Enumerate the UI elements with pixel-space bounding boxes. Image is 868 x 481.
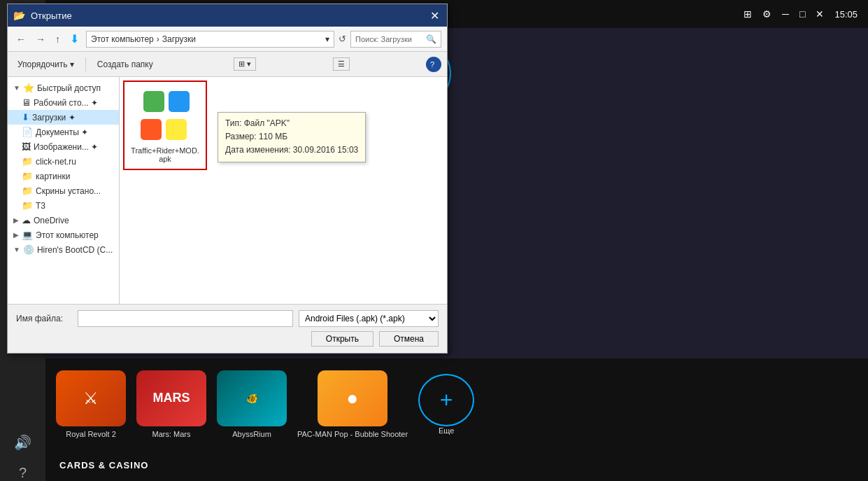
app-mars[interactable]: MARS Mars: Mars xyxy=(136,370,206,438)
up-button[interactable]: ↑ xyxy=(52,32,63,46)
onedrive-icon: ☁ xyxy=(22,215,31,225)
app-pacman[interactable]: ● PAC-MAN Pop - Bubble Shooter xyxy=(297,370,408,438)
open-file-dialog: 📂 Открытие ✕ ← → ↑ ⬇ Этот компьютер › За… xyxy=(7,4,448,354)
sidebar-volume-icon[interactable]: 🔊 xyxy=(14,434,31,451)
view-icon: ⊞ xyxy=(239,60,245,69)
dialog-toolbar: Упорядочить ▾ Создать папку ⊞ ▾ ☰ ? xyxy=(8,52,447,77)
onedrive-label: OneDrive xyxy=(34,216,69,225)
cancel-button[interactable]: Отмена xyxy=(379,331,439,347)
refresh-button[interactable]: ↺ xyxy=(339,34,346,44)
tree-item-images[interactable]: 🖼 Изображени... ✦ xyxy=(8,139,119,154)
this-pc-arrow: ▶ xyxy=(13,231,19,239)
t3-icon: 📁 xyxy=(22,200,33,211)
royal-revolt-symbol: ⚔ xyxy=(83,389,99,408)
icon-sq-tr xyxy=(169,91,190,112)
filename-input[interactable] xyxy=(78,310,293,327)
tree-item-quick-access[interactable]: ▼ ⭐ Быстрый доступ xyxy=(8,81,119,95)
path-part-downloads: Загрузки xyxy=(162,34,196,44)
open-button[interactable]: Открыть xyxy=(311,331,373,347)
path-separator: › xyxy=(157,34,159,44)
documents-label: Документы ✦ xyxy=(36,127,88,137)
click-net-icon: 📁 xyxy=(22,156,33,167)
tree-item-desktop[interactable]: 🖥 Рабочий сто... ✦ xyxy=(8,95,119,110)
dialog-buttons: Открыть Отмена xyxy=(16,331,439,347)
quick-access-icon: ⭐ xyxy=(23,83,34,93)
app-icon-pacman: ● xyxy=(318,370,387,426)
grid-icon: ⊞ xyxy=(744,8,752,20)
help-button[interactable]: ? xyxy=(426,57,441,72)
app-royal-revolt[interactable]: ⚔ Royal Revolt 2 xyxy=(56,370,126,438)
app-icon-royal-revolt: ⚔ xyxy=(56,370,126,426)
view-arrow: ▾ xyxy=(247,60,251,69)
tree-item-screenshots[interactable]: 📁 Скрины устано... xyxy=(8,183,119,198)
address-path[interactable]: Этот компьютер › Загрузки ▾ xyxy=(86,31,334,48)
tree-item-pictures[interactable]: 📁 картинки xyxy=(8,169,119,183)
details-toggle-button[interactable]: ☰ xyxy=(333,57,350,71)
file-tooltip: Тип: Файл "APK" Размер: 110 МБ Дата изме… xyxy=(218,112,366,162)
back-button[interactable]: ← xyxy=(13,32,29,46)
icon-sq-br xyxy=(166,119,187,140)
tree-item-click-net[interactable]: 📁 click-net.ru xyxy=(8,154,119,169)
click-net-label: click-net.ru xyxy=(36,157,76,167)
download-button[interactable]: ⬇ xyxy=(67,31,82,47)
icon-sq-tl xyxy=(143,91,164,112)
images-label: Изображени... ✦ xyxy=(34,142,98,152)
search-icon: 🔍 xyxy=(426,34,436,44)
apk-icon-graphic xyxy=(141,91,190,140)
tree-item-downloads[interactable]: ⬇ Загрузки ✦ xyxy=(8,110,119,125)
t3-label: Т3 xyxy=(36,201,45,211)
app-more-bottom[interactable]: + Еще xyxy=(418,374,474,435)
tooltip-type: Тип: Файл "APK" xyxy=(225,117,358,130)
tooltip-type-value: Файл "APK" xyxy=(244,118,290,128)
folder-tree: ▼ ⭐ Быстрый доступ 🖥 Рабочий сто... ✦ ⬇ … xyxy=(8,77,120,304)
minimize-icon[interactable]: ─ xyxy=(782,8,789,20)
bottom-app-strip: ⚔ Royal Revolt 2 MARS Mars: Mars 🐠 Abyss… xyxy=(45,358,868,449)
tree-item-onedrive[interactable]: ▶ ☁ OneDrive xyxy=(8,213,119,228)
this-pc-icon: 💻 xyxy=(22,230,33,240)
pictures-label: картинки xyxy=(36,172,70,181)
app-abyssrium[interactable]: 🐠 AbyssRium xyxy=(217,370,287,438)
organize-button[interactable]: Упорядочить ▾ xyxy=(13,57,78,71)
tree-item-this-pc[interactable]: ▶ 💻 Этот компьютер xyxy=(8,228,119,242)
filetype-select[interactable]: Android Files (.apk) (*.apk) xyxy=(299,310,439,327)
filename-label: Имя файла: xyxy=(16,314,72,323)
dialog-bottom: Имя файла: Android Files (.apk) (*.apk) … xyxy=(8,304,447,353)
time-display: 15:05 xyxy=(834,9,858,20)
new-folder-button[interactable]: Создать папку xyxy=(93,57,157,71)
dialog-close-button[interactable]: ✕ xyxy=(427,8,441,22)
tooltip-date-value: 30.09.2016 15:03 xyxy=(293,145,358,155)
quick-access-label: Быстрый доступ xyxy=(37,83,101,93)
organize-label: Упорядочить ▾ xyxy=(17,60,74,69)
details-icon: ☰ xyxy=(338,60,345,69)
section-label-text: CARDS & CASINO xyxy=(59,460,148,470)
tooltip-date: Дата изменения: 30.09.2016 15:03 xyxy=(225,144,358,157)
new-folder-label: Создать папку xyxy=(97,60,153,69)
app-icon-mars: MARS xyxy=(136,370,206,426)
apk-file-icon xyxy=(137,88,193,144)
sidebar-help-icon[interactable]: ? xyxy=(19,465,27,481)
path-dropdown-arrow[interactable]: ▾ xyxy=(325,34,329,44)
tree-item-t3[interactable]: 📁 Т3 xyxy=(8,198,119,213)
mars-symbol: MARS xyxy=(153,391,190,405)
this-pc-label: Этот компьютер xyxy=(36,230,99,240)
maximize-icon[interactable]: □ xyxy=(799,8,805,20)
tooltip-size-label: Размер: xyxy=(225,132,257,141)
icon-sq-bl xyxy=(141,119,162,140)
apk-file-item[interactable]: Traffic+Rider+MOD.apk xyxy=(127,84,204,167)
search-label: Поиск: Загрузки xyxy=(355,35,412,43)
file-area: Traffic+Rider+MOD.apk Тип: Файл "APK" Ра… xyxy=(120,77,447,304)
abyssrium-symbol: 🐠 xyxy=(246,393,258,404)
dialog-titlebar: 📂 Открытие ✕ xyxy=(8,4,447,27)
hirens-arrow: ▼ xyxy=(13,246,20,253)
more-apps-btn-bottom[interactable]: + xyxy=(418,374,474,426)
search-box[interactable]: Поиск: Загрузки 🔍 xyxy=(350,31,441,48)
settings-icon[interactable]: ⚙ xyxy=(762,8,771,20)
section-label-bar: CARDS & CASINO xyxy=(45,449,868,481)
forward-button[interactable]: → xyxy=(33,32,48,46)
quick-access-arrow: ▼ xyxy=(13,84,20,92)
tree-item-hirens[interactable]: ▼ 💿 Hiren's BootCD (C... xyxy=(8,242,119,257)
close-icon[interactable]: ✕ xyxy=(816,8,824,20)
view-toggle-button[interactable]: ⊞ ▾ xyxy=(234,57,256,71)
tree-item-documents[interactable]: 📄 Документы ✦ xyxy=(8,125,119,139)
dialog-body: ▼ ⭐ Быстрый доступ 🖥 Рабочий сто... ✦ ⬇ … xyxy=(8,77,447,304)
